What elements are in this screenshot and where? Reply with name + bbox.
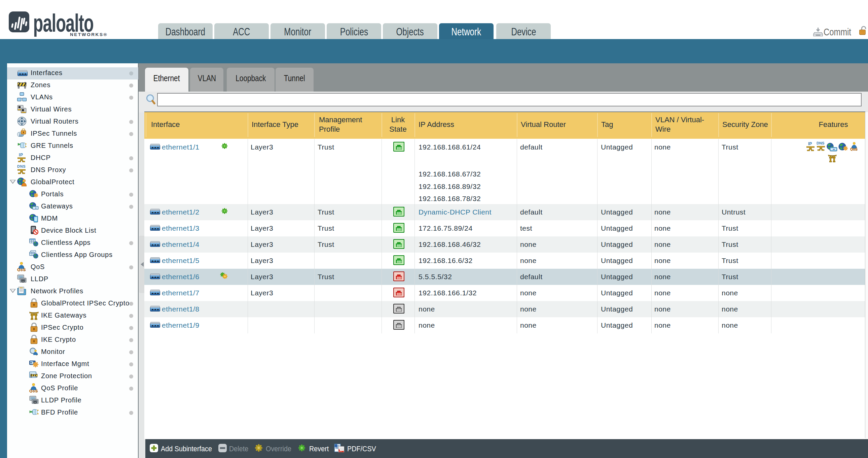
svg-text:NETWORKS®: NETWORKS® <box>70 32 108 37</box>
